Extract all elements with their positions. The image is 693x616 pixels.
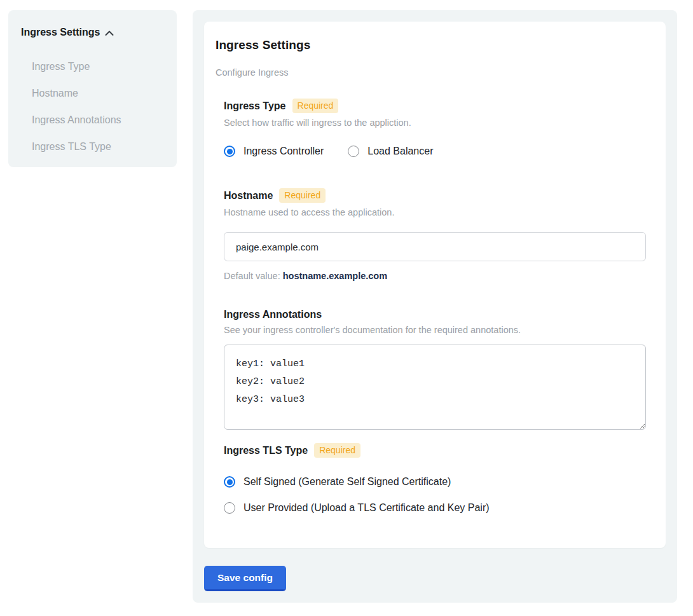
default-value-prefix: Default value: — [224, 271, 283, 281]
radio-unselected-icon — [224, 502, 235, 514]
radio-label: User Provided (Upload a TLS Certificate … — [244, 502, 490, 514]
save-config-button[interactable]: Save config — [204, 566, 286, 591]
radio-selected-icon — [224, 476, 235, 488]
default-value-text: hostname.example.com — [283, 271, 387, 281]
settings-sidebar: Ingress Settings Ingress Type Hostname I… — [8, 10, 177, 167]
page-subtitle: Configure Ingress — [216, 67, 647, 78]
page-title: Ingress Settings — [216, 38, 647, 52]
tls-type-label: Ingress TLS Type — [224, 445, 308, 456]
radio-label: Load Balancer — [367, 146, 433, 157]
hostname-label: Hostname — [224, 190, 273, 202]
radio-ingress-controller[interactable]: Ingress Controller — [224, 146, 324, 157]
ingress-type-label: Ingress Type — [224, 100, 286, 112]
radio-label: Ingress Controller — [244, 146, 324, 157]
section-ingress-annotations: Ingress Annotations See your ingress con… — [224, 309, 647, 430]
chevron-up-icon — [105, 30, 114, 36]
settings-panel: Ingress Settings Configure Ingress Ingre… — [193, 10, 677, 603]
radio-load-balancer[interactable]: Load Balancer — [348, 146, 433, 157]
sidebar-group-title: Ingress Settings — [21, 27, 100, 38]
hostname-description: Hostname used to access the application. — [224, 207, 647, 217]
sidebar-item-hostname[interactable]: Hostname — [32, 81, 164, 107]
ingress-type-radio-group: Ingress Controller Load Balancer — [224, 146, 647, 157]
annotations-label: Ingress Annotations — [224, 309, 322, 320]
radio-self-signed[interactable]: Self Signed (Generate Self Signed Certif… — [224, 476, 647, 488]
tls-radio-group: Self Signed (Generate Self Signed Certif… — [224, 476, 647, 514]
sidebar-group-ingress-settings[interactable]: Ingress Settings — [21, 27, 164, 38]
required-badge: Required — [292, 99, 339, 113]
required-badge: Required — [279, 188, 326, 203]
sidebar-item-list: Ingress Type Hostname Ingress Annotation… — [32, 54, 164, 161]
radio-user-provided[interactable]: User Provided (Upload a TLS Certificate … — [224, 502, 647, 514]
sidebar-item-ingress-type[interactable]: Ingress Type — [32, 54, 164, 81]
section-ingress-type: Ingress Type Required Select how traffic… — [224, 99, 647, 157]
hostname-default-line: Default value: hostname.example.com — [224, 271, 647, 281]
section-ingress-tls-type: Ingress TLS Type Required Self Signed (G… — [224, 443, 647, 514]
radio-unselected-icon — [348, 146, 359, 157]
ingress-settings-card: Ingress Settings Configure Ingress Ingre… — [204, 22, 666, 548]
sidebar-item-ingress-annotations[interactable]: Ingress Annotations — [32, 107, 164, 134]
ingress-type-description: Select how traffic will ingress to the a… — [224, 118, 647, 128]
sidebar-item-ingress-tls-type[interactable]: Ingress TLS Type — [32, 134, 164, 161]
hostname-input[interactable] — [224, 232, 646, 261]
required-badge: Required — [314, 443, 360, 458]
annotations-description: See your ingress controller's documentat… — [224, 325, 647, 335]
radio-label: Self Signed (Generate Self Signed Certif… — [244, 476, 451, 488]
annotations-textarea[interactable]: key1: value1 key2: value2 key3: value3 — [224, 345, 646, 430]
radio-selected-icon — [224, 146, 235, 157]
section-hostname: Hostname Required Hostname used to acces… — [224, 188, 647, 281]
